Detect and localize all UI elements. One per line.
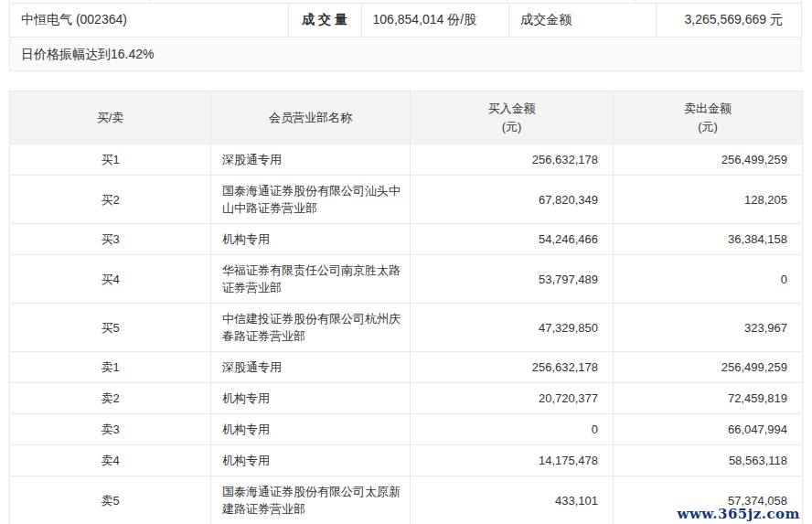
volume-label: 成 交 量 — [289, 4, 362, 37]
table-row: 买2国泰海通证券股份有限公司汕头中山中路证券营业部67,820,349128,2… — [10, 176, 803, 224]
sell-amount-cell: 36,384,158 — [614, 224, 803, 255]
header-sell-amount: 卖出金额 (元) — [614, 91, 803, 144]
table-row: 买3机构专用54,246,46636,384,158 — [10, 224, 803, 255]
table-row: 买5中信建投证券股份有限公司杭州庆春路证券营业部47,329,850323,96… — [10, 304, 803, 352]
sell-amount-cell: 256,499,259 — [614, 144, 803, 176]
cropped-cell — [636, 0, 802, 3]
table-row: 卖1深股通专用256,632,178256,499,259 — [10, 352, 803, 383]
broker-table-wrap: 买/卖 会员营业部名称 买入金额 (元) 卖出金额 (元) 买1深股通专用256… — [9, 91, 802, 524]
sell-amount-cell: 128,205 — [614, 176, 803, 224]
buy-amount-cell: 256,632,178 — [411, 352, 614, 383]
turnover-label: 成交金额 — [509, 4, 657, 37]
page: 中恒电气 (002364) 成 交 量 106,854,014 份/股 成交金额… — [0, 0, 812, 524]
header-side: 买/卖 — [10, 91, 211, 144]
side-cell: 卖1 — [10, 352, 211, 383]
buy-amount-cell: 0 — [411, 414, 614, 445]
sell-amount-cell: 0 — [614, 255, 803, 304]
header-broker-label: 会员营业部名称 — [211, 109, 410, 127]
volume-value: 106,854,014 份/股 — [362, 4, 510, 37]
broker-name-cell: 深股通专用 — [211, 352, 411, 383]
buy-amount-cell: 47,329,850 — [411, 304, 614, 352]
stock-summary-row: 中恒电气 (002364) 成 交 量 106,854,014 份/股 成交金额… — [9, 4, 802, 37]
broker-name-cell: 中信建投证券股份有限公司杭州庆春路证券营业部 — [211, 304, 411, 352]
table-row: 卖3机构专用066,047,994 — [10, 414, 803, 445]
sell-amount-cell: 66,047,994 — [614, 414, 803, 445]
broker-name-cell: 机构专用 — [211, 224, 411, 255]
amplitude-note: 日价格振幅达到16.42% — [9, 37, 802, 71]
sell-amount-cell: 72,459,819 — [614, 383, 803, 414]
broker-name-cell: 国泰海通证券股份有限公司太原新建路证券营业部 — [211, 476, 411, 524]
table-row: 卖2机构专用20,720,37772,459,819 — [10, 383, 803, 414]
broker-name-cell: 机构专用 — [211, 414, 411, 445]
buy-amount-cell: 14,175,478 — [411, 445, 614, 476]
table-header-row: 买/卖 会员营业部名称 买入金额 (元) 卖出金额 (元) — [10, 91, 803, 144]
stock-title: 中恒电气 (002364) — [10, 4, 289, 37]
broker-name-cell: 机构专用 — [211, 383, 411, 414]
broker-name-cell: 国泰海通证券股份有限公司汕头中山中路证券营业部 — [211, 176, 411, 224]
broker-table: 买/卖 会员营业部名称 买入金额 (元) 卖出金额 (元) 买1深股通专用256… — [9, 91, 803, 524]
header-sell-unit: (元) — [614, 118, 802, 136]
broker-name-cell: 深股通专用 — [211, 144, 411, 176]
side-cell: 买2 — [10, 176, 211, 224]
header-sell-label: 卖出金额 — [614, 100, 802, 118]
side-cell: 卖4 — [10, 445, 211, 476]
buy-amount-cell: 53,797,489 — [411, 255, 614, 304]
side-cell: 买5 — [10, 304, 211, 352]
side-cell: 买4 — [10, 255, 211, 304]
buy-amount-cell: 256,632,178 — [411, 144, 614, 176]
header-broker: 会员营业部名称 — [211, 91, 411, 144]
sell-amount-cell: 323,967 — [614, 304, 803, 352]
table-body: 买1深股通专用256,632,178256,499,259买2国泰海通证券股份有… — [10, 144, 803, 524]
sell-amount-cell: 256,499,259 — [614, 352, 803, 383]
table-row: 卖4机构专用14,175,47858,563,118 — [10, 445, 803, 476]
header-buy-amount: 买入金额 (元) — [411, 91, 614, 144]
buy-amount-cell: 67,820,349 — [411, 176, 614, 224]
table-row: 买1深股通专用256,632,178256,499,259 — [10, 144, 803, 176]
cropped-cell — [508, 0, 636, 3]
turnover-value: 3,265,569,669 元 — [657, 4, 802, 37]
sell-amount-cell: 58,563,118 — [614, 445, 803, 476]
watermark-link[interactable]: www.365jz.com — [678, 506, 800, 522]
header-buy-unit: (元) — [411, 118, 613, 136]
side-cell: 卖5 — [10, 476, 211, 524]
side-cell: 卖2 — [10, 383, 211, 414]
cropped-cell — [150, 0, 508, 3]
header-side-label: 买/卖 — [10, 109, 210, 127]
header-buy-label: 买入金额 — [411, 100, 613, 118]
side-cell: 卖3 — [10, 414, 211, 445]
broker-name-cell: 机构专用 — [211, 445, 411, 476]
buy-amount-cell: 20,720,377 — [411, 383, 614, 414]
side-cell: 买3 — [10, 224, 211, 255]
table-row: 买4华福证券有限责任公司南京胜太路证券营业部53,797,4890 — [10, 255, 803, 304]
buy-amount-cell: 54,246,466 — [411, 224, 614, 255]
broker-name-cell: 华福证券有限责任公司南京胜太路证券营业部 — [211, 255, 411, 304]
table-header: 买/卖 会员营业部名称 买入金额 (元) 卖出金额 (元) — [10, 91, 803, 144]
buy-amount-cell: 433,101 — [411, 476, 614, 524]
side-cell: 买1 — [10, 144, 211, 176]
cropped-cell — [10, 0, 150, 3]
